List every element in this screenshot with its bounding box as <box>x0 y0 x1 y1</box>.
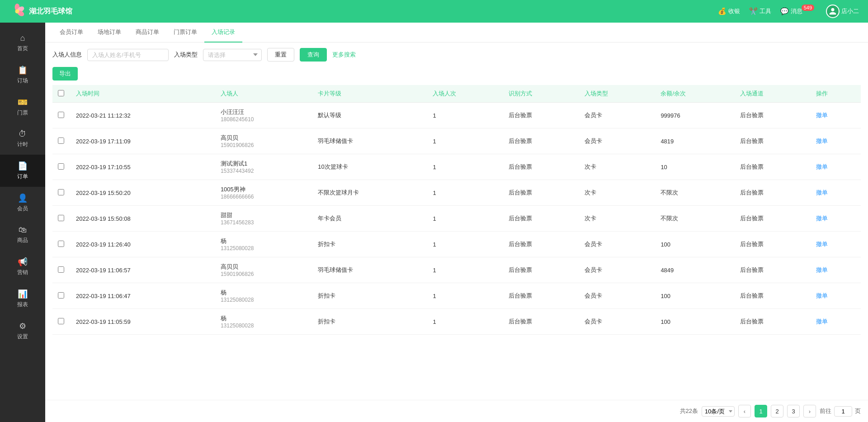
row-check-1 <box>52 128 71 154</box>
table-row: 2022-03-19 17:11:09 高贝贝 15901906826 羽毛球储… <box>52 128 861 154</box>
sidebar-item-home[interactable]: ⌂ 首页 <box>0 27 45 59</box>
sidebar-item-timing[interactable]: ⏱ 计时 <box>0 123 45 155</box>
channel-2: 后台验票 <box>735 154 811 180</box>
action-4: 撤单 <box>811 206 861 232</box>
page-1-button[interactable]: 1 <box>755 405 767 417</box>
action-1: 撤单 <box>811 128 861 154</box>
row-checkbox-0[interactable] <box>58 112 64 118</box>
sidebar-item-member[interactable]: 👤 会员 <box>0 187 45 219</box>
table-row: 2022-03-21 11:12:32 小汪汪汪 18086245610 默认等… <box>52 103 861 128</box>
table-row: 2022-03-19 11:26:40 杨 13125080028 折扣卡 1 … <box>52 232 861 257</box>
sidebar-label-goods: 商品 <box>17 237 28 244</box>
sidebar-item-orders[interactable]: 📄 订单 <box>0 155 45 187</box>
row-checkbox-4[interactable] <box>58 215 64 221</box>
entry-time-2: 2022-03-19 17:10:55 <box>71 154 215 180</box>
table-row: 2022-03-19 15:50:08 甜甜 13671456283 年卡会员 … <box>52 206 861 232</box>
person-name-8: 杨 <box>221 314 307 322</box>
row-check-7 <box>52 283 71 309</box>
prev-page-button[interactable]: ‹ <box>738 405 751 417</box>
action-bar: 导出 <box>45 67 868 85</box>
sidebar-item-order[interactable]: 📋 订场 <box>0 59 45 91</box>
sidebar-item-marketing[interactable]: 📢 营销 <box>0 251 45 283</box>
messages-tool[interactable]: 💬 消息 549 <box>780 7 817 15</box>
row-checkbox-1[interactable] <box>58 138 64 144</box>
user-tool[interactable]: 店小二 <box>826 5 859 18</box>
sidebar-item-report[interactable]: 📊 报表 <box>0 283 45 315</box>
avatar <box>826 5 840 18</box>
next-page-button[interactable]: › <box>803 405 816 417</box>
select-all-checkbox[interactable] <box>58 90 64 96</box>
recognition-2: 后台验票 <box>503 154 579 180</box>
more-search-button[interactable]: 更多搜索 <box>332 51 356 59</box>
entry-count-4: 1 <box>427 206 503 232</box>
entry-count-0: 1 <box>427 103 503 128</box>
entry-time-6: 2022-03-19 11:06:57 <box>71 257 215 283</box>
logo-icon <box>9 3 25 19</box>
row-checkbox-5[interactable] <box>58 241 64 247</box>
row-checkbox-2[interactable] <box>58 163 64 170</box>
table-row: 2022-03-19 17:10:55 测试测试1 15337443492 10… <box>52 154 861 180</box>
row-checkbox-8[interactable] <box>58 318 64 324</box>
row-check-2 <box>52 154 71 180</box>
user-name: 店小二 <box>841 7 859 15</box>
recognition-3: 后台验票 <box>503 180 579 206</box>
tab-venue-order[interactable]: 场地订单 <box>90 23 128 43</box>
cancel-order-7[interactable]: 撤单 <box>816 292 828 299</box>
person-6: 高贝贝 15901906826 <box>215 257 312 283</box>
row-check-5 <box>52 232 71 257</box>
recognition-5: 后台验票 <box>503 232 579 257</box>
card-level-1: 羽毛球储值卡 <box>312 128 427 154</box>
export-button[interactable]: 导出 <box>52 67 78 81</box>
tools-tool[interactable]: ✂️ 工具 <box>749 7 771 15</box>
sidebar-item-goods[interactable]: 🛍 商品 <box>0 219 45 251</box>
action-6: 撤单 <box>811 257 861 283</box>
cashier-icon: 💰 <box>718 7 726 15</box>
person-phone-4: 13671456283 <box>221 219 307 226</box>
page-total: 共22条 <box>680 407 698 415</box>
person-0: 小汪汪汪 18086245610 <box>215 103 312 128</box>
sidebar-label-member: 会员 <box>17 205 28 213</box>
cancel-order-5[interactable]: 撤单 <box>816 241 828 247</box>
cancel-order-3[interactable]: 撤单 <box>816 189 828 196</box>
cancel-order-2[interactable]: 撤单 <box>816 163 828 170</box>
sidebar-item-settings[interactable]: ⚙ 设置 <box>0 315 45 347</box>
tab-goods-order[interactable]: 商品订单 <box>128 23 166 43</box>
cancel-order-8[interactable]: 撤单 <box>816 318 828 325</box>
tab-member-order[interactable]: 会员订单 <box>52 23 90 43</box>
action-5: 撤单 <box>811 232 861 257</box>
page-size-select[interactable]: 10条/页 20条/页 50条/页 <box>702 406 735 417</box>
table-row: 2022-03-19 11:05:59 杨 13125080028 折扣卡 1 … <box>52 309 861 335</box>
row-check-4 <box>52 206 71 232</box>
card-level-3: 不限次篮球月卡 <box>312 180 427 206</box>
cashier-tool[interactable]: 💰 收银 <box>718 7 740 15</box>
recognition-7: 后台验票 <box>503 283 579 309</box>
row-checkbox-7[interactable] <box>58 292 64 299</box>
action-8: 撤单 <box>811 309 861 335</box>
table-head: 入场时间 入场人 卡片等级 入场人次 识别方式 入场类型 余额/余次 入场通道 … <box>52 85 861 103</box>
person-search-input[interactable] <box>87 49 169 61</box>
entry-count-6: 1 <box>427 257 503 283</box>
row-check-3 <box>52 180 71 206</box>
cancel-order-1[interactable]: 撤单 <box>816 138 828 144</box>
reset-button[interactable]: 重置 <box>267 48 294 62</box>
entry-type-select[interactable]: 请选择 <box>203 49 262 61</box>
search-button[interactable]: 查询 <box>300 48 327 62</box>
page-3-button[interactable]: 3 <box>787 405 800 417</box>
row-checkbox-3[interactable] <box>58 189 64 195</box>
person-5: 杨 13125080028 <box>215 232 312 257</box>
report-icon: 📊 <box>18 289 28 299</box>
sidebar-label-home: 首页 <box>17 45 28 52</box>
page-goto: 前往 页 <box>820 406 861 417</box>
page-2-button[interactable]: 2 <box>771 405 783 417</box>
tab-entry-record[interactable]: 入场记录 <box>204 23 242 43</box>
person-name-3: 1005男神 <box>221 185 307 194</box>
sidebar-item-ticket[interactable]: 🎫 门票 <box>0 91 45 123</box>
goto-input[interactable] <box>834 406 852 417</box>
cancel-order-4[interactable]: 撤单 <box>816 215 828 222</box>
cancel-order-6[interactable]: 撤单 <box>816 266 828 273</box>
row-checkbox-6[interactable] <box>58 266 64 273</box>
balance-4: 不限次 <box>655 206 735 232</box>
cancel-order-0[interactable]: 撤单 <box>816 112 828 119</box>
sidebar-label-timing: 计时 <box>17 141 28 148</box>
tab-ticket-order[interactable]: 门票订单 <box>166 23 204 43</box>
